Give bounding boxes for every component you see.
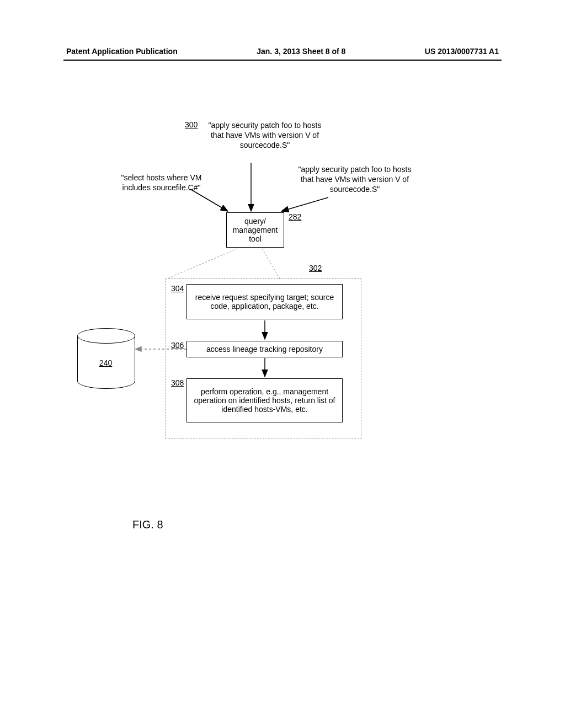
svg-line-6 — [262, 249, 280, 279]
step-308-text: perform operation, e.g., management oper… — [190, 387, 339, 414]
tool-box-label: query/ management tool — [230, 217, 280, 243]
header-right: US 2013/0007731 A1 — [425, 47, 499, 56]
step-306-text: access lineage tracking repository — [206, 345, 323, 354]
header-rule — [63, 60, 502, 61]
ref-300: 300 — [185, 120, 198, 129]
query-text-left: "select hosts where VM includes sourcefi… — [108, 173, 215, 192]
step-304-text: receive request specifying target; sourc… — [190, 293, 339, 311]
step-304-box: receive request specifying target; sourc… — [186, 284, 343, 319]
ref-304: 304 — [171, 284, 184, 293]
ref-306: 306 — [171, 341, 184, 350]
tool-box: query/ management tool — [226, 212, 284, 248]
header-left: Patent Application Publication — [66, 47, 178, 56]
diagram-container: 300 "apply security patch foo to hosts t… — [0, 110, 565, 552]
page-header: Patent Application Publication Jan. 3, 2… — [0, 47, 565, 56]
figure-label: FIG. 8 — [132, 518, 163, 531]
ref-308: 308 — [171, 378, 184, 387]
step-306-box: access lineage tracking repository — [186, 341, 343, 357]
query-text-top: "apply security patch foo to hosts that … — [207, 120, 323, 151]
repository-cylinder: 240 — [77, 328, 135, 389]
query-text-right: "apply security patch foo to hosts that … — [297, 164, 413, 195]
step-308-box: perform operation, e.g., management oper… — [186, 378, 343, 422]
svg-line-4 — [281, 197, 328, 211]
header-center: Jan. 3, 2013 Sheet 8 of 8 — [257, 47, 345, 56]
ref-302: 302 — [309, 264, 322, 272]
svg-line-5 — [167, 249, 237, 279]
ref-240: 240 — [99, 358, 112, 367]
ref-282: 282 — [289, 212, 301, 221]
